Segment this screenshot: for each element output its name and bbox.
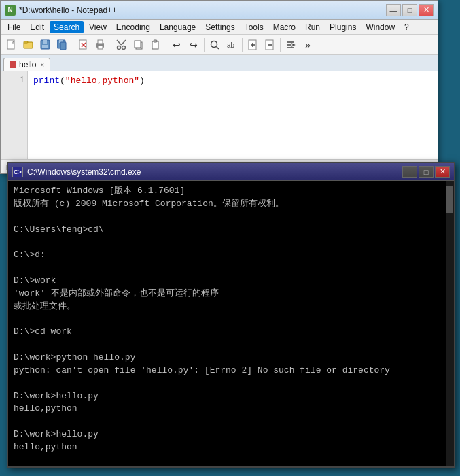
cmd-app-icon: C>: [12, 167, 23, 177]
toolbar-close-button[interactable]: [75, 37, 92, 53]
menu-file[interactable]: File: [3, 21, 24, 33]
toolbar-more-button[interactable]: »: [300, 37, 316, 53]
cmd-line-2: 版权所有 (c) 2009 Microsoft Corporation。保留所有…: [14, 198, 448, 211]
toolbar-cut-button[interactable]: [113, 37, 130, 53]
svg-point-23: [211, 41, 217, 47]
cmd-line-20: D:\work>hello.py: [14, 428, 448, 441]
toolbar-separator-4: [204, 38, 205, 52]
toolbar-zoom-out-button[interactable]: [262, 37, 278, 53]
notepad-tab-bar: hello ×: [1, 55, 438, 71]
menu-language[interactable]: Language: [156, 21, 200, 33]
menu-macro[interactable]: Macro: [269, 21, 300, 33]
cmd-line-18: hello,python: [14, 403, 448, 415]
svg-point-15: [118, 46, 121, 49]
svg-rect-14: [98, 46, 103, 49]
notepad-close-button[interactable]: ✕: [419, 4, 434, 16]
code-string-value: "hello,python": [65, 75, 139, 86]
toolbar-saveall-button[interactable]: [54, 37, 71, 53]
menu-settings[interactable]: Settings: [201, 21, 238, 33]
code-area[interactable]: print("hello,python"): [28, 71, 438, 159]
cmd-scrollbar[interactable]: [446, 181, 454, 466]
notepad-app-icon: N: [5, 5, 16, 16]
notepad-toolbar: ↩ ↪ ab »: [1, 35, 438, 55]
toolbar-separator-6: [280, 38, 281, 52]
svg-rect-8: [60, 42, 66, 50]
cmd-line-14: D:\work>python hello.py: [14, 352, 448, 364]
cmd-content-area[interactable]: Microsoft Windows [版本 6.1.7601] 版权所有 (c)…: [8, 181, 454, 466]
cmd-close-button[interactable]: ✕: [435, 166, 450, 178]
menu-search[interactable]: Search: [50, 21, 84, 33]
toolbar-replace-button[interactable]: ab: [224, 37, 240, 53]
toolbar-copy-button[interactable]: [130, 37, 147, 53]
menu-encoding[interactable]: Encoding: [112, 21, 154, 33]
svg-rect-13: [98, 40, 103, 44]
cmd-line-22: [14, 454, 448, 466]
toolbar-print-button[interactable]: [92, 37, 109, 53]
line-number-1: 1: [3, 75, 24, 85]
code-paren-close: ): [139, 75, 145, 86]
notepad-window: N *D:\work\hello - Notepad++ — □ ✕ File …: [0, 0, 438, 174]
cmd-scrollbar-thumb[interactable]: [446, 186, 453, 213]
cmd-window: C> C:\Windows\system32\cmd.exe — □ ✕ Mic…: [7, 162, 455, 468]
svg-rect-5: [42, 45, 48, 48]
cmd-line-16: [14, 377, 448, 390]
cmd-minimize-button[interactable]: —: [402, 166, 417, 178]
toolbar-new-button[interactable]: [3, 37, 20, 53]
code-print-keyword: print: [33, 75, 60, 86]
cmd-line-12: D:\>cd work: [14, 326, 448, 339]
cmd-line-3: [14, 211, 448, 224]
cmd-titlebar: C> C:\Windows\system32\cmd.exe — □ ✕: [8, 163, 454, 181]
notepad-maximize-button[interactable]: □: [402, 4, 417, 16]
svg-line-18: [122, 40, 126, 45]
menu-view[interactable]: View: [85, 21, 111, 33]
tab-label: hello: [19, 60, 36, 69]
toolbar-wrap-button[interactable]: [283, 37, 299, 53]
toolbar-paste-button[interactable]: [147, 37, 164, 53]
menu-tools[interactable]: Tools: [241, 21, 268, 33]
notepad-titlebar: N *D:\work\hello - Notepad++ — □ ✕: [1, 1, 438, 20]
cmd-line-5: [14, 236, 448, 249]
toolbar-zoom-in-button[interactable]: [245, 37, 261, 53]
editor-tab-hello[interactable]: hello ×: [3, 58, 50, 71]
svg-rect-22: [154, 40, 157, 42]
cmd-window-title: C:\Windows\system32\cmd.exe: [27, 167, 402, 177]
notepad-window-title: *D:\work\hello - Notepad++: [19, 5, 386, 15]
svg-rect-20: [135, 41, 141, 48]
code-paren-open: (: [60, 75, 65, 86]
cmd-maximize-button[interactable]: □: [419, 166, 434, 178]
toolbar-undo-button[interactable]: ↩: [169, 37, 185, 53]
cmd-line-19: [14, 415, 448, 428]
menu-help[interactable]: ?: [400, 21, 413, 33]
line-numbers: 1: [1, 71, 28, 159]
cmd-line-21: hello,python: [14, 441, 448, 454]
notepad-minimize-button[interactable]: —: [386, 4, 401, 16]
menu-edit[interactable]: Edit: [26, 21, 48, 33]
svg-line-24: [217, 46, 219, 49]
svg-text:ab: ab: [227, 41, 235, 49]
menu-run[interactable]: Run: [301, 21, 324, 33]
toolbar-open-button[interactable]: [20, 37, 37, 53]
cmd-line-13: [14, 339, 448, 352]
cmd-line-10: 或批处理文件。: [14, 301, 448, 313]
cmd-line-6: C:\>d:: [14, 249, 448, 262]
cmd-line-11: [14, 313, 448, 326]
toolbar-separator-1: [73, 38, 73, 52]
cmd-window-controls: — □ ✕: [402, 166, 450, 178]
notepad-editor[interactable]: 1 print("hello,python"): [1, 71, 438, 160]
toolbar-separator-3: [166, 38, 166, 52]
svg-rect-2: [24, 41, 28, 43]
cmd-line-15: python: can't open file 'hello.py': [Err…: [14, 364, 448, 377]
menu-plugins[interactable]: Plugins: [325, 21, 360, 33]
menu-window[interactable]: Window: [361, 21, 399, 33]
svg-line-17: [117, 40, 122, 45]
toolbar-redo-button[interactable]: ↪: [185, 37, 202, 53]
toolbar-save-button[interactable]: [37, 37, 54, 53]
tab-file-icon: [10, 61, 16, 68]
cmd-line-7: [14, 262, 448, 275]
notepad-window-controls: — □ ✕: [386, 4, 434, 16]
toolbar-find-button[interactable]: [207, 37, 223, 53]
cmd-line-1: Microsoft Windows [版本 6.1.7601]: [14, 185, 448, 198]
cmd-line-4: C:\Users\feng>cd\: [14, 224, 448, 237]
tab-close-button[interactable]: ×: [40, 61, 44, 69]
svg-point-16: [122, 46, 126, 49]
